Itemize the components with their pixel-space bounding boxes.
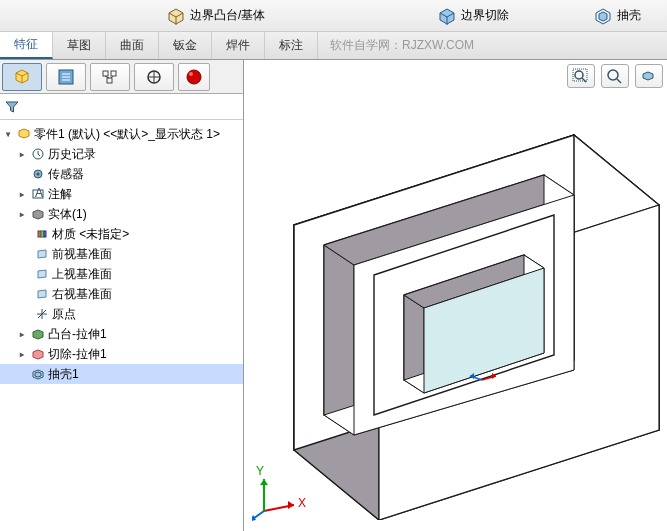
- annot-icon: A: [30, 186, 46, 202]
- svg-rect-4: [103, 71, 108, 76]
- config-mgr-tab[interactable]: [90, 63, 130, 91]
- shell-cube-icon: [593, 7, 613, 25]
- boundary-boss-button[interactable]: 边界凸台/基体: [160, 0, 271, 31]
- tab-sheetmetal[interactable]: 钣金: [159, 32, 212, 59]
- cut-cube-icon: [437, 7, 457, 25]
- svg-marker-35: [288, 501, 294, 509]
- tree-item-label: 传感器: [48, 166, 84, 183]
- tree-item-label: 历史记录: [48, 146, 96, 163]
- tree-item-label: 注解: [48, 186, 72, 203]
- tree-item-extrude1[interactable]: ▸ 凸台-拉伸1: [0, 324, 243, 344]
- graphics-viewport[interactable]: X Y Z: [244, 60, 667, 531]
- config-icon: [101, 68, 119, 86]
- tree-item-label: 上视基准面: [52, 266, 112, 283]
- svg-rect-5: [111, 71, 116, 76]
- collapse-icon[interactable]: ▾: [2, 127, 14, 141]
- tree-item-sensors[interactable]: 传感器: [0, 164, 243, 184]
- appearance-tab[interactable]: [178, 63, 210, 91]
- filter-icon[interactable]: [4, 99, 20, 115]
- main-toolbar: 边界凸台/基体 边界切除 抽壳: [0, 0, 667, 32]
- cut-icon: [30, 346, 46, 362]
- tree-item-solids[interactable]: ▸ 实体(1): [0, 204, 243, 224]
- boss-cube-icon: [166, 7, 186, 25]
- svg-rect-21: [44, 231, 46, 237]
- shell-icon: [30, 366, 46, 382]
- tree-item-cut1[interactable]: ▸ 切除-拉伸1: [0, 344, 243, 364]
- model-render: [254, 90, 667, 520]
- tree-item-label: 实体(1): [48, 206, 87, 223]
- feature-tree: ▾ 零件1 (默认) <<默认>_显示状态 1> ▸ 历史记录 传感器 ▸ A …: [0, 120, 243, 531]
- shell-label: 抽壳: [617, 7, 641, 24]
- material-icon: [34, 226, 50, 242]
- tree-item-material[interactable]: 材质 <未指定>: [0, 224, 243, 244]
- origin-icon: [34, 306, 50, 322]
- tree-item-history[interactable]: ▸ 历史记录: [0, 144, 243, 164]
- part-icon: [16, 126, 32, 142]
- tree-item-label: 右视基准面: [52, 286, 112, 303]
- svg-text:Y: Y: [256, 464, 264, 478]
- property-mgr-tab[interactable]: [46, 63, 86, 91]
- plane-icon: [34, 266, 50, 282]
- tree-root-label: 零件1 (默认) <<默认>_显示状态 1>: [34, 126, 220, 143]
- expand-icon[interactable]: ▸: [16, 207, 28, 221]
- shell-button[interactable]: 抽壳: [587, 0, 647, 31]
- zoom-fit-button[interactable]: [567, 64, 595, 88]
- svg-point-13: [189, 72, 193, 76]
- view-triad: X Y Z: [252, 463, 312, 523]
- solid-icon: [30, 206, 46, 222]
- svg-line-29: [617, 79, 621, 83]
- prev-view-icon: [640, 68, 658, 84]
- boundary-cut-button[interactable]: 边界切除: [431, 0, 515, 31]
- tree-item-front-plane[interactable]: 前视基准面: [0, 244, 243, 264]
- expand-icon[interactable]: ▸: [16, 187, 28, 201]
- tree-item-label: 抽壳1: [48, 366, 79, 383]
- tree-item-label: 材质 <未指定>: [52, 226, 129, 243]
- panel-tabs: [0, 60, 243, 94]
- watermark-text: 软件自学网：RJZXW.COM: [330, 37, 474, 54]
- zoom-area-button[interactable]: [601, 64, 629, 88]
- tree-root[interactable]: ▾ 零件1 (默认) <<默认>_显示状态 1>: [0, 124, 243, 144]
- prev-view-button[interactable]: [635, 64, 663, 88]
- sensor-icon: [30, 166, 46, 182]
- tab-weldment[interactable]: 焊件: [212, 32, 265, 59]
- svg-point-16: [37, 173, 40, 176]
- boundary-cut-label: 边界切除: [461, 7, 509, 24]
- feature-mgr-icon: [13, 68, 31, 86]
- tree-item-label: 切除-拉伸1: [48, 346, 107, 363]
- plane-icon: [34, 246, 50, 262]
- appearance-icon: [185, 68, 203, 86]
- dimension-icon: [145, 68, 163, 86]
- svg-point-12: [187, 70, 201, 84]
- history-icon: [30, 146, 46, 162]
- main-area: ▾ 零件1 (默认) <<默认>_显示状态 1> ▸ 历史记录 传感器 ▸ A …: [0, 60, 667, 531]
- tab-annotation[interactable]: 标注: [265, 32, 318, 59]
- tree-item-top-plane[interactable]: 上视基准面: [0, 264, 243, 284]
- extrude-icon: [30, 326, 46, 342]
- expand-icon[interactable]: ▸: [16, 147, 28, 161]
- svg-text:A: A: [35, 187, 43, 200]
- tab-sketch[interactable]: 草图: [53, 32, 106, 59]
- filter-row: [0, 94, 243, 120]
- expand-icon[interactable]: ▸: [16, 327, 28, 341]
- svg-marker-38: [260, 479, 268, 485]
- plane-icon: [34, 286, 50, 302]
- svg-rect-6: [107, 78, 112, 83]
- boundary-boss-label: 边界凸台/基体: [190, 7, 265, 24]
- feature-mgr-tab[interactable]: [2, 63, 42, 91]
- command-tabs: 特征 草图 曲面 钣金 焊件 标注 软件自学网：RJZXW.COM: [0, 32, 667, 60]
- feature-manager-panel: ▾ 零件1 (默认) <<默认>_显示状态 1> ▸ 历史记录 传感器 ▸ A …: [0, 60, 244, 531]
- zoom-fit-icon: [572, 68, 590, 84]
- tree-item-origin[interactable]: 原点: [0, 304, 243, 324]
- dimension-tab[interactable]: [134, 63, 174, 91]
- tree-item-right-plane[interactable]: 右视基准面: [0, 284, 243, 304]
- tab-features[interactable]: 特征: [0, 32, 53, 59]
- tree-item-label: 原点: [52, 306, 76, 323]
- svg-text:X: X: [298, 496, 306, 510]
- view-tools: [567, 64, 663, 88]
- zoom-icon: [606, 68, 624, 84]
- tree-item-annotations[interactable]: ▸ A 注解: [0, 184, 243, 204]
- expand-icon[interactable]: ▸: [16, 347, 28, 361]
- svg-point-28: [608, 70, 618, 80]
- tab-surface[interactable]: 曲面: [106, 32, 159, 59]
- tree-item-shell1[interactable]: 抽壳1: [0, 364, 243, 384]
